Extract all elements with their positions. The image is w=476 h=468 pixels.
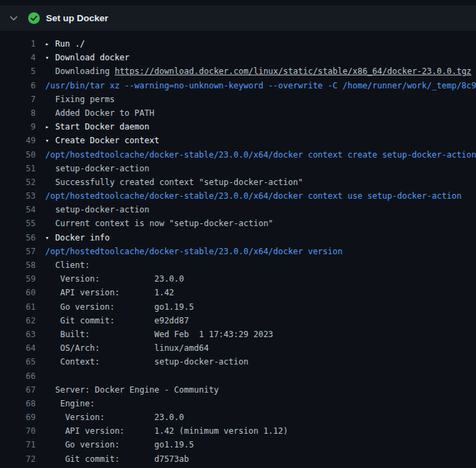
line-number[interactable]: 56 — [0, 231, 36, 245]
line-number[interactable]: 66 — [0, 369, 36, 383]
line-number[interactable]: 9 — [0, 120, 36, 134]
log-line: 51 setup-docker-action — [0, 162, 476, 175]
log-line: 61 Go version: go1.19.5 — [0, 300, 476, 314]
step-header[interactable]: Set up Docker — [0, 5, 476, 31]
log-command-text: /opt/hostedtoolcache/docker-stable/23.0.… — [45, 191, 462, 201]
log-line: 52 Successfully created context "setup-d… — [0, 175, 476, 189]
log-text: API version: 1.42 (minimum version 1.12) — [45, 426, 288, 436]
log-line-content: Engine: — [36, 397, 476, 410]
line-number[interactable]: 64 — [0, 341, 36, 355]
log-link[interactable]: https://download.docker.com/linux/static… — [115, 66, 471, 76]
group-expanded-triangle-down-icon[interactable]: ▾ — [45, 134, 55, 147]
log-line: 71 Go version: go1.19.5 — [0, 438, 476, 452]
line-number[interactable]: 72 — [0, 452, 36, 466]
log-text: setup-docker-action — [45, 164, 150, 173]
log-text: Built: Wed Feb 1 17:43:29 2023 — [45, 330, 273, 339]
line-number[interactable]: 61 — [0, 300, 36, 314]
group-title: Create Docker context — [55, 136, 159, 145]
line-number[interactable]: 6 — [0, 79, 36, 93]
line-number[interactable]: 58 — [0, 258, 36, 272]
line-number[interactable]: 65 — [0, 355, 36, 369]
group-expanded-triangle-down-icon[interactable]: ▾ — [45, 231, 55, 245]
line-number[interactable]: 60 — [0, 286, 36, 299]
log-line: 68 Engine: — [0, 397, 476, 410]
log-line: 6/usr/bin/tar xz --warning=no-unknown-ke… — [0, 79, 476, 93]
line-number[interactable]: 7 — [0, 93, 36, 106]
line-number[interactable]: 67 — [0, 383, 36, 397]
log-line-content: setup-docker-action — [36, 203, 476, 217]
log-line: 70 API version: 1.42 (minimum version 1.… — [0, 424, 476, 438]
log-text: Version: 23.0.0 — [45, 274, 184, 284]
line-number[interactable]: 70 — [0, 424, 36, 438]
line-number[interactable]: 53 — [0, 189, 36, 203]
line-number[interactable]: 69 — [0, 410, 36, 424]
log-line: 72 Git commit: d7573ab — [0, 452, 476, 466]
line-number[interactable]: 50 — [0, 148, 36, 162]
log-text: Context: setup-docker-action — [45, 357, 248, 367]
step-title: Set up Docker — [46, 13, 108, 23]
log-line: 59 Version: 23.0.0 — [0, 272, 476, 286]
log-text: Server: Docker Engine - Community — [45, 385, 219, 395]
line-number[interactable]: 4 — [0, 51, 36, 64]
log-line: 5 Downloading https://download.docker.co… — [0, 64, 476, 78]
log-line: 54 setup-docker-action — [0, 203, 476, 217]
log-line: 66 — [0, 369, 476, 383]
log-line-content: Git commit: d7573ab — [36, 452, 476, 466]
log-line-content: ▸Run ./ — [36, 37, 476, 51]
line-number[interactable]: 1 — [0, 37, 36, 51]
log-line: 1▸Run ./ — [0, 37, 476, 51]
log-text: Go version: go1.19.5 — [45, 302, 194, 312]
log-line-content: /usr/bin/tar xz --warning=no-unknown-key… — [36, 79, 476, 93]
line-number[interactable]: 62 — [0, 314, 36, 328]
log-line: 65 Context: setup-docker-action — [0, 355, 476, 369]
log-command-text: /opt/hostedtoolcache/docker-stable/23.0.… — [45, 150, 476, 160]
line-number[interactable]: 55 — [0, 217, 36, 230]
log-line-content: Go version: go1.19.5 — [36, 300, 476, 314]
log-line-content: /opt/hostedtoolcache/docker-stable/23.0.… — [36, 189, 476, 203]
group-title: Docker info — [55, 233, 109, 243]
line-number[interactable]: 68 — [0, 397, 36, 410]
log-line-content: Client: — [36, 258, 476, 272]
group-expanded-triangle-down-icon[interactable]: ▾ — [45, 51, 55, 64]
line-number[interactable]: 8 — [0, 106, 36, 120]
log-text: Added Docker to PATH — [45, 108, 154, 118]
log-line: 64 OS/Arch: linux/amd64 — [0, 341, 476, 355]
chevron-down-icon[interactable] — [8, 13, 19, 24]
group-collapsed-triangle-right-icon[interactable]: ▸ — [45, 37, 55, 51]
line-number[interactable]: 51 — [0, 162, 36, 175]
log-text: Git commit: e92dd87 — [45, 316, 189, 325]
log-viewer: 1▸Run ./4▾Download docker5 Downloading h… — [0, 31, 476, 466]
log-line: 62 Git commit: e92dd87 — [0, 314, 476, 328]
log-line: 55 Current context is now "setup-docker-… — [0, 217, 476, 230]
line-number[interactable]: 63 — [0, 328, 36, 341]
log-line: 8 Added Docker to PATH — [0, 106, 476, 120]
log-line: 57/opt/hostedtoolcache/docker-stable/23.… — [0, 245, 476, 258]
line-number[interactable]: 59 — [0, 272, 36, 286]
log-text: Engine: — [45, 399, 95, 408]
log-line-content — [36, 369, 476, 383]
group-title: Start Docker daemon — [55, 122, 149, 132]
log-line: 67 Server: Docker Engine - Community — [0, 383, 476, 397]
line-number[interactable]: 49 — [0, 134, 36, 147]
line-number[interactable]: 54 — [0, 203, 36, 217]
log-text: OS/Arch: linux/amd64 — [45, 343, 209, 353]
log-line-content: ▾Create Docker context — [36, 134, 476, 147]
log-line: 9▸Start Docker daemon — [0, 120, 476, 134]
log-line-content: /opt/hostedtoolcache/docker-stable/23.0.… — [36, 245, 476, 258]
check-circle-icon — [28, 12, 40, 24]
log-line-content: Version: 23.0.0 — [36, 410, 476, 424]
log-line-content: Version: 23.0.0 — [36, 272, 476, 286]
log-line: 58 Client: — [0, 258, 476, 272]
line-number[interactable]: 57 — [0, 245, 36, 258]
log-command-text: /usr/bin/tar xz --warning=no-unknown-key… — [45, 81, 476, 90]
log-line-content: Downloading https://download.docker.com/… — [36, 64, 476, 78]
line-number[interactable]: 71 — [0, 438, 36, 452]
log-text: Fixing perms — [45, 95, 115, 104]
log-line: 60 API version: 1.42 — [0, 286, 476, 299]
group-collapsed-triangle-right-icon[interactable]: ▸ — [45, 120, 55, 134]
group-title: Run ./ — [55, 39, 84, 49]
log-line-content: API version: 1.42 (minimum version 1.12) — [36, 424, 476, 438]
line-number[interactable]: 52 — [0, 175, 36, 189]
line-number[interactable]: 5 — [0, 64, 36, 78]
log-line-content: ▸Start Docker daemon — [36, 120, 476, 134]
